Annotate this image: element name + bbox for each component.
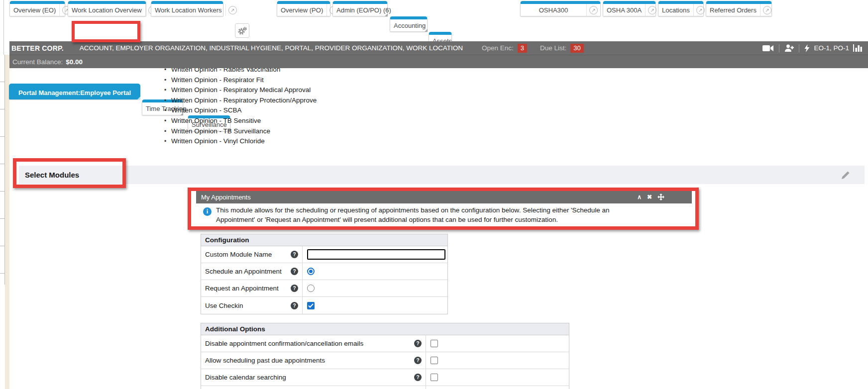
tab-referred-orders[interactable]: Referred Orders ↗ bbox=[706, 1, 772, 16]
help-icon[interactable]: ? bbox=[291, 251, 298, 258]
video-camera-icon[interactable] bbox=[762, 45, 774, 52]
tab-osha300[interactable]: OSHA300 ↗ bbox=[520, 1, 601, 16]
tab-overview-eo[interactable]: Overview (EO) ↗ bbox=[9, 1, 65, 16]
annotation-box-employee-portal bbox=[72, 21, 140, 42]
table-row: Request an Appointment ? bbox=[201, 280, 447, 297]
company-name: BETTER CORP. bbox=[9, 44, 64, 52]
list-item: •Written Opinion - Respiratory Protectio… bbox=[164, 96, 317, 106]
balance-label: Current Balance: bbox=[9, 58, 63, 66]
gears-icon bbox=[238, 27, 247, 35]
external-link-icon[interactable]: ↗ bbox=[648, 6, 656, 14]
external-link-icon[interactable]: ↗ bbox=[228, 6, 237, 14]
help-icon[interactable]: ? bbox=[291, 285, 298, 292]
table-row: Use Checkin ? bbox=[201, 297, 447, 314]
list-item: •Written Opinion - Vinyl Chloride bbox=[164, 136, 317, 147]
list-item: •Written Opinion - TB Surveillance bbox=[164, 126, 317, 137]
bullet: • bbox=[164, 75, 171, 86]
table-row-partial bbox=[201, 386, 569, 389]
left-beige-strip bbox=[5, 55, 9, 389]
open-enc-badge[interactable]: 3 bbox=[518, 44, 527, 53]
bullet: • bbox=[164, 136, 171, 147]
configuration-table: Configuration Custom Module Name ? Sched… bbox=[201, 234, 448, 314]
bar-chart-icon[interactable] bbox=[853, 44, 863, 52]
use-checkin-checkbox[interactable] bbox=[307, 302, 315, 309]
help-icon[interactable]: ? bbox=[291, 302, 298, 309]
select-modules-section: Select Modules bbox=[19, 166, 865, 184]
balance-value: $0.00 bbox=[66, 58, 83, 66]
table-row: Schedule an Appointment ? bbox=[201, 263, 447, 280]
divider bbox=[799, 44, 799, 52]
bullet: • bbox=[164, 105, 171, 116]
tab-accounting[interactable]: Accounting bbox=[390, 16, 428, 32]
external-link-icon[interactable]: ↗ bbox=[696, 6, 705, 14]
annotation-box-my-appointments bbox=[188, 188, 699, 230]
due-list-badge[interactable]: 30 bbox=[570, 44, 583, 53]
additional-options-table: Additional Options Disable appointment c… bbox=[201, 323, 569, 389]
table-row: Disable appointment confirmation/cancell… bbox=[201, 335, 569, 352]
left-gutter-line bbox=[3, 0, 4, 55]
tab-overview-po[interactable]: Overview (PO) ↗ bbox=[277, 1, 330, 16]
help-icon[interactable]: ? bbox=[414, 357, 422, 364]
list-item: •Written Opinion - Respirator Fit bbox=[164, 75, 317, 86]
table-row: Custom Module Name ? bbox=[201, 246, 447, 263]
table-header: Additional Options bbox=[201, 323, 569, 335]
disable-calendar-search-checkbox[interactable] bbox=[431, 374, 438, 381]
list-item: •Written Opinion - TB Sensitive bbox=[164, 116, 317, 126]
table-row: Allow scheduling past due appointments ? bbox=[201, 352, 569, 369]
add-user-icon[interactable] bbox=[784, 44, 794, 52]
entity-shortcut-text: EO-1, PO-1 bbox=[814, 44, 849, 52]
table-row: Disable calendar searching ? bbox=[201, 369, 569, 386]
bullet: • bbox=[164, 96, 171, 106]
context-header-bar: BETTER CORP. ACCOUNT, EMPLOYER ORGANIZAT… bbox=[9, 41, 868, 55]
annotation-box-select-modules bbox=[13, 158, 126, 188]
open-enc-label: Open Enc: bbox=[482, 44, 514, 52]
bullet: • bbox=[164, 116, 171, 126]
context-list: ACCOUNT, EMPLOYER ORGANIZATION, INDUSTRI… bbox=[80, 44, 463, 52]
settings-gears-button[interactable] bbox=[235, 23, 249, 38]
table-header: Configuration bbox=[201, 234, 448, 246]
bullet: • bbox=[164, 85, 171, 96]
custom-module-name-input[interactable] bbox=[307, 249, 445, 260]
app-screen: Overview (EO) ↗ Work Location Overview ↗… bbox=[0, 0, 868, 389]
tab-work-location-overview[interactable]: Work Location Overview ↗ bbox=[68, 1, 146, 16]
tab-locations[interactable]: Locations ↗ bbox=[658, 1, 704, 16]
schedule-appointment-radio[interactable] bbox=[307, 268, 315, 275]
external-link-icon[interactable]: ↗ bbox=[763, 6, 771, 14]
left-gutter-cells bbox=[0, 55, 5, 285]
help-icon[interactable]: ? bbox=[291, 268, 298, 275]
tab-admin-eo-po[interactable]: Admin (EO/PO) (6) bbox=[332, 1, 388, 16]
help-icon[interactable]: ? bbox=[414, 374, 422, 381]
list-item: •Written Opinion - Respiratory Medical A… bbox=[164, 85, 317, 96]
written-opinion-list: •Written Opinion - Rabies Vaccination •W… bbox=[164, 65, 317, 147]
list-item: •Written Opinion - SCBA bbox=[164, 105, 317, 116]
external-link-icon[interactable]: ↗ bbox=[589, 6, 598, 14]
due-list-label: Due List: bbox=[540, 44, 566, 52]
lightning-bolt-icon[interactable] bbox=[804, 44, 810, 52]
edit-pencil-icon[interactable] bbox=[842, 171, 850, 179]
help-icon[interactable]: ? bbox=[414, 340, 422, 347]
balance-bar: Current Balance: $0.00 bbox=[9, 55, 868, 68]
request-appointment-radio[interactable] bbox=[307, 285, 315, 292]
tab-portal-management-employee-portal[interactable]: Portal Management:Employee Portal bbox=[9, 84, 140, 99]
divider bbox=[779, 44, 779, 52]
allow-past-due-checkbox[interactable] bbox=[431, 357, 438, 364]
bullet: • bbox=[164, 126, 171, 137]
tab-osha300a[interactable]: OSHA 300A ↗ bbox=[603, 1, 656, 16]
disable-emails-checkbox[interactable] bbox=[431, 340, 438, 347]
tab-work-location-workers[interactable]: Work Location Workers ↗ bbox=[151, 1, 223, 16]
